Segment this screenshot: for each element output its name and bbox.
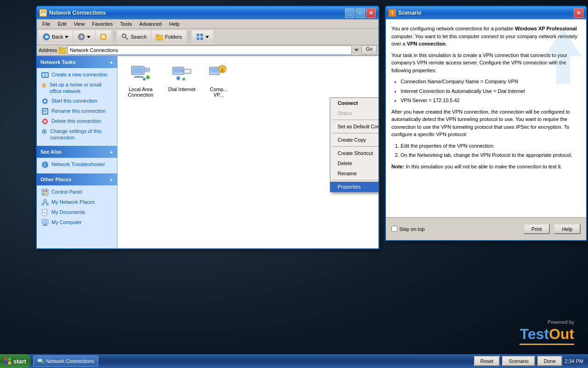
menu-bar: File Edit View Favorites Tools Advanced …	[37, 19, 379, 29]
svg-point-80	[182, 78, 185, 80]
see-also-section: See Also ▲ i Network Troubleshooter	[37, 146, 117, 172]
network-troubleshooter-link[interactable]: i Network Troubleshooter	[40, 160, 113, 170]
rename-connection-label: Rename this connection	[51, 108, 106, 114]
up-button[interactable]	[96, 30, 111, 44]
address-bar: Address Network Connections Go	[37, 45, 379, 56]
stay-on-top-checkbox[interactable]	[391, 226, 397, 232]
scenario-bullet-1: Connection Name/Company Name = Company V…	[401, 78, 581, 86]
local-area-connection-icon[interactable]: Local AreaConnection	[122, 61, 159, 99]
testout-logo-accent: Out	[549, 326, 574, 342]
svg-rect-63	[43, 220, 47, 223]
create-connection-label: Create a new connection	[51, 71, 107, 78]
net-window-controls: _ □ ✕	[345, 8, 376, 18]
context-delete[interactable]: Delete	[330, 158, 379, 168]
svg-marker-12	[65, 36, 68, 38]
network-tasks-header[interactable]: Network Tasks ▲	[37, 56, 117, 68]
menu-advanced[interactable]: Advanced	[136, 20, 165, 28]
svg-rect-64	[44, 224, 46, 225]
my-documents-link[interactable]: My Documents	[40, 207, 113, 218]
taskbar-net-label: Network Connections	[46, 358, 94, 364]
rename-connection-link[interactable]: Rename this connection	[40, 106, 113, 116]
content-area: Local AreaConnection	[118, 56, 379, 248]
svg-rect-22	[197, 34, 199, 36]
svg-rect-25	[200, 37, 203, 40]
company-vpn-icon[interactable]: Comp...VP...	[205, 61, 232, 99]
start-label: start	[13, 358, 26, 365]
back-button[interactable]: Back	[39, 30, 73, 44]
back-icon	[43, 33, 50, 40]
help-button[interactable]: Help	[554, 224, 581, 234]
context-connect[interactable]: Connect	[330, 98, 379, 108]
delete-connection-link[interactable]: Delete this connection	[40, 116, 113, 126]
svg-rect-68	[137, 75, 141, 76]
create-connection-link[interactable]: Create a new connection	[40, 70, 113, 80]
desktop: Network Connections _ □ ✕ File Edit View…	[0, 0, 588, 368]
scenario-button[interactable]: Scenario	[502, 356, 535, 366]
my-computer-link[interactable]: My Computer	[40, 218, 113, 228]
forward-button[interactable]	[74, 30, 95, 44]
my-network-places-link[interactable]: My Network Places	[40, 197, 113, 207]
print-button[interactable]: Print	[523, 224, 550, 234]
search-label: Search	[130, 34, 147, 40]
scenario-close-button[interactable]: ✕	[574, 8, 583, 18]
dial-internet-icon[interactable]: Dial Internet	[164, 61, 200, 99]
change-settings-label: Change settings of this connection	[50, 128, 113, 141]
context-status[interactable]: Status	[330, 108, 379, 118]
stay-on-top-label[interactable]: Stay on top	[391, 226, 425, 232]
company-vpn-icon-img	[208, 63, 230, 85]
control-panel-label: Control Panel	[51, 189, 82, 195]
menu-view[interactable]: View	[70, 20, 89, 28]
net-window-titlebar: Network Connections _ □ ✕	[37, 6, 379, 19]
taskbar-net-connections[interactable]: Network Connections	[33, 356, 98, 367]
stay-on-top-text: Stay on top	[399, 226, 425, 232]
start-button[interactable]: start	[0, 354, 31, 368]
folders-button[interactable]: Folders	[152, 30, 186, 44]
scenario-steps: Edit the properties of the VPN connectio…	[401, 142, 581, 159]
go-button[interactable]: Go	[362, 46, 377, 55]
change-settings-link[interactable]: Change settings of this connection	[40, 126, 113, 143]
minimize-button[interactable]: _	[345, 8, 355, 18]
address-folder-icon	[59, 46, 66, 54]
context-rename[interactable]: Rename	[330, 168, 379, 178]
done-button[interactable]: Done	[537, 356, 562, 366]
setup-home-link[interactable]: Set up a home or small office network	[40, 80, 113, 96]
context-create-shortcut[interactable]: Create Shortcut	[330, 148, 379, 158]
address-input[interactable]: Network Connections	[68, 46, 352, 55]
start-connection-link[interactable]: Start this connection	[40, 96, 113, 106]
address-label: Address	[39, 47, 57, 53]
close-button[interactable]: ✕	[366, 8, 376, 18]
control-panel-link[interactable]: Control Panel	[40, 187, 113, 197]
menu-help[interactable]: Help	[165, 20, 183, 28]
scenario-bullet-2: Internet Connection to Automatically Use…	[401, 87, 581, 95]
svg-marker-26	[205, 36, 209, 38]
context-set-default[interactable]: Set as Default Connection	[330, 121, 379, 132]
rename-icon	[41, 108, 49, 115]
svg-rect-71	[145, 69, 149, 71]
local-area-label: Local AreaConnection	[128, 86, 153, 98]
menu-tools[interactable]: Tools	[117, 20, 136, 28]
see-also-header[interactable]: See Also ▲	[37, 146, 117, 158]
context-create-copy[interactable]: Create Copy	[330, 135, 379, 145]
net-window-icon	[40, 9, 47, 17]
svg-rect-28	[59, 47, 62, 49]
search-button[interactable]: Search	[117, 30, 151, 44]
delete-icon	[41, 118, 49, 125]
dial-internet-label: Dial Internet	[168, 86, 195, 92]
menu-file[interactable]: File	[39, 20, 54, 28]
menu-edit[interactable]: Edit	[54, 20, 70, 28]
reset-button[interactable]: Reset	[474, 356, 500, 366]
setup-home-icon	[41, 81, 47, 89]
my-computer-icon	[41, 219, 49, 226]
views-button[interactable]	[192, 30, 213, 44]
context-properties[interactable]: Properties	[330, 182, 379, 192]
maximize-button[interactable]: □	[356, 8, 365, 18]
network-tasks-title: Network Tasks	[40, 59, 76, 65]
other-places-header[interactable]: Other Places ▲	[37, 173, 117, 185]
svg-rect-47	[42, 189, 48, 196]
svg-rect-82	[210, 68, 219, 73]
menu-favorites[interactable]: Favorites	[88, 20, 116, 28]
svg-rect-69	[134, 76, 143, 78]
svg-point-50	[43, 193, 45, 195]
forward-icon	[78, 33, 85, 40]
svg-text:i: i	[44, 162, 45, 167]
